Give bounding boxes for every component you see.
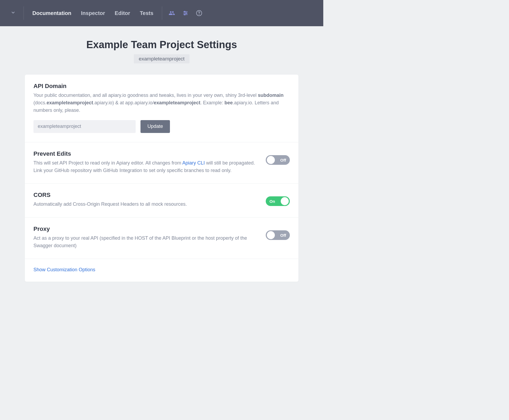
desc-bold: exampleteamproject	[154, 100, 200, 105]
desc-bold: exampleteamproject	[47, 100, 93, 105]
sliders-icon	[183, 10, 188, 16]
desc-text: . Example:	[200, 100, 225, 105]
desc-bold: bee	[225, 100, 233, 105]
nav-tests[interactable]: Tests	[135, 10, 158, 16]
desc-text: This will set API Project to read only i…	[33, 160, 182, 166]
section-title: Prevent Edits	[33, 150, 258, 157]
team-icon[interactable]	[169, 10, 175, 16]
section-description: This will set API Project to read only i…	[33, 159, 258, 174]
section-prevent-edits: Prevent Edits This will set API Project …	[25, 142, 298, 184]
svg-point-7	[199, 14, 199, 14]
section-title: CORS	[33, 192, 258, 198]
prevent-edits-toggle[interactable]: Off	[266, 155, 290, 165]
help-icon-link[interactable]	[196, 10, 202, 16]
project-slug-pill: exampleteamproject	[134, 54, 189, 63]
chevron-down-icon	[11, 10, 16, 15]
toggle-label: On	[269, 199, 275, 204]
desc-text: Your public documentation, and all apiar…	[33, 93, 258, 98]
toggle-knob	[267, 231, 275, 239]
toggle-label: Off	[280, 233, 286, 238]
settings-icon-link[interactable]	[183, 10, 188, 16]
team-switcher-chevron[interactable]	[6, 10, 20, 16]
toggle-knob	[267, 156, 275, 164]
section-api-domain: API Domain Your public documentation, an…	[25, 75, 298, 142]
update-button[interactable]: Update	[140, 120, 170, 133]
settings-card: API Domain Your public documentation, an…	[25, 75, 298, 282]
apiary-cli-link[interactable]: Apiary CLI	[182, 160, 205, 166]
domain-input-row: Update	[33, 120, 290, 133]
nav-inspector[interactable]: Inspector	[76, 10, 110, 16]
section-description: Automatically add Cross-Origin Request H…	[33, 201, 258, 208]
section-customization: Show Customization Options	[25, 259, 298, 282]
svg-point-3	[184, 11, 185, 12]
divider	[24, 6, 24, 20]
desc-bold: subdomain	[258, 93, 283, 98]
toggle-knob	[281, 197, 289, 205]
cors-toggle[interactable]: On	[266, 196, 290, 206]
section-cors: CORS Automatically add Cross-Origin Requ…	[25, 184, 298, 217]
topbar-icons	[169, 10, 202, 16]
section-title: API Domain	[33, 83, 290, 90]
nav-documentation[interactable]: Documentation	[28, 10, 76, 16]
desc-text: .apiary.io) & at app.apiary.io/	[93, 100, 154, 105]
section-description: Your public documentation, and all apiar…	[33, 92, 290, 114]
show-customization-link[interactable]: Show Customization Options	[33, 267, 95, 272]
proxy-toggle[interactable]: Off	[266, 230, 290, 240]
toggle-label: Off	[280, 158, 286, 162]
api-domain-input[interactable]	[33, 120, 136, 133]
svg-point-5	[184, 14, 185, 15]
divider	[162, 6, 162, 20]
help-circle-icon	[196, 10, 202, 16]
page-header: Example Team Project Settings exampletea…	[0, 26, 323, 75]
page-title: Example Team Project Settings	[0, 39, 323, 51]
section-title: Proxy	[33, 226, 258, 232]
nav-editor[interactable]: Editor	[110, 10, 135, 16]
users-icon	[169, 10, 175, 16]
svg-point-4	[186, 13, 187, 14]
section-proxy: Proxy Act as a proxy to your real API (s…	[25, 217, 298, 259]
desc-text: (docs.	[33, 100, 47, 105]
topbar: Documentation Inspector Editor Tests	[0, 0, 323, 26]
section-description: Act as a proxy to your real API (specifi…	[33, 235, 258, 250]
